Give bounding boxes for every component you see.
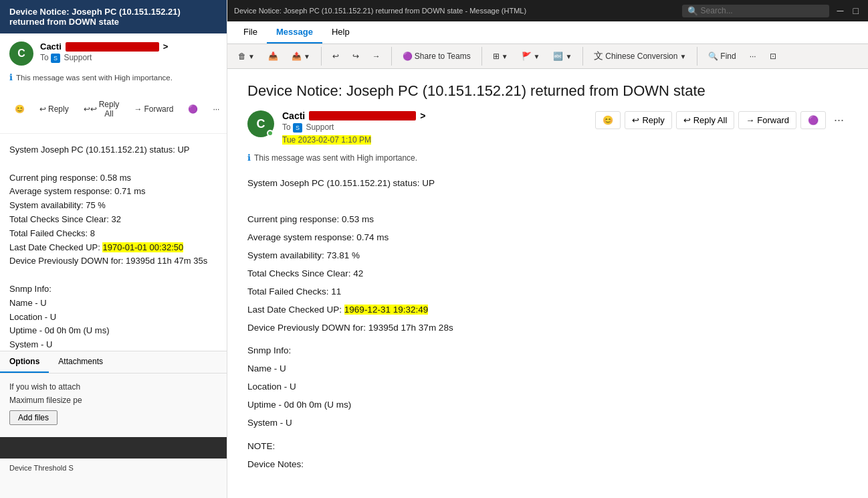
sender-info: Cacti > To S Support (40, 42, 217, 63)
delete-button[interactable]: 🗑 ▼ (233, 49, 260, 64)
left-email-meta: C Cacti > To S Support (0, 33, 227, 70)
chinese-conversion-button[interactable]: 文 Chinese Conversion ▼ (588, 48, 691, 65)
emoji-icon: 😊 (603, 115, 613, 125)
undo-button[interactable]: ↩ (327, 49, 344, 64)
sender-name: Cacti > (40, 42, 217, 52)
tab-options[interactable]: Options (0, 351, 49, 373)
snmp-uptime: Uptime - 0d 0h 0m (U ms) (9, 324, 217, 338)
msg-snmp-name: Name - U (247, 361, 848, 377)
message-emoji-button[interactable]: 😊 (595, 111, 621, 129)
attach-text1: If you wish to attach (9, 380, 218, 394)
attach-text2: Maximum filesize pe (9, 394, 218, 407)
separator3 (481, 47, 482, 66)
window-controls: ─ □ (835, 5, 861, 16)
forward-arrow-icon: → (372, 52, 381, 61)
forward-arrow-button[interactable]: → (367, 49, 386, 64)
add-files-button[interactable]: Add files (9, 410, 58, 425)
message-forward-button[interactable]: → Forward (738, 111, 796, 129)
translate-button[interactable]: 🔤 ▼ (548, 49, 577, 64)
tab-message[interactable]: Message (267, 21, 322, 44)
message-reply-all-button[interactable]: ↩ Reply All (676, 111, 735, 129)
forward-icon: → (746, 115, 754, 125)
message-content: Device Notice: Joseph PC (10.151.152.21)… (227, 69, 868, 498)
minimize-button[interactable]: ─ (835, 5, 847, 16)
blank2 (9, 268, 217, 282)
separator4 (582, 47, 583, 66)
msg-avail: System availability: 73.81 % (247, 248, 848, 264)
more-tools-button[interactable]: ··· (744, 49, 762, 64)
info-icon: ℹ (9, 72, 13, 82)
message-body: System Joseph PC (10.151.152.21) status:… (247, 176, 848, 473)
support-icon: S (51, 54, 60, 63)
move-button[interactable]: 📤 ▼ (286, 49, 316, 64)
teams-icon: 🟣 (403, 52, 413, 61)
maximize-button[interactable]: □ (851, 5, 861, 16)
status-line: System Joseph PC (10.151.152.21) status:… (9, 143, 217, 157)
reply-all-icon: ↩ (683, 115, 691, 125)
message-reply-button[interactable]: ↩ Reply (625, 111, 671, 129)
emoji-button[interactable]: 😊 (9, 102, 30, 116)
bar-label: Device Threshold S (0, 463, 227, 473)
bottom-attach-panel: Options Attachments If you wish to attac… (0, 351, 227, 498)
msg-last-checked-value: 1969-12-31 19:32:49 (344, 305, 428, 315)
dropdown-arrow: ▼ (248, 53, 255, 60)
message-sender-details: Cacti > To S Support Tue 2023-02-07 1:10… (282, 110, 587, 145)
msg-blank1 (247, 194, 848, 210)
move-dropdown: ▼ (304, 53, 310, 60)
ping-line: Current ping response: 0.58 ms (9, 171, 217, 185)
message-more-button[interactable]: ··· (830, 110, 848, 130)
reply-all-icon: ↩↩ (84, 104, 97, 114)
teams-button[interactable]: 🟣 (183, 102, 203, 116)
message-teams-button[interactable]: 🟣 (800, 111, 826, 129)
availability: System availability: 75 % (9, 199, 217, 213)
reply-icon: ↩ (632, 115, 639, 125)
more-button[interactable]: ··· (207, 102, 225, 116)
share-teams-button[interactable]: 🟣 Share to Teams (397, 49, 476, 64)
message-avatar: C (247, 110, 274, 137)
redo-button[interactable]: ↪ (347, 49, 364, 64)
flag-button[interactable]: 🚩 ▼ (516, 49, 546, 64)
translate-dropdown: ▼ (565, 53, 572, 60)
separator2 (391, 47, 392, 66)
separator5 (697, 47, 697, 66)
tab-attachments[interactable]: Attachments (49, 351, 112, 373)
message-actions: 😊 ↩ Reply ↩ Reply All → Forward 🟣 ··· (595, 110, 848, 130)
forward-button[interactable]: → Forward (128, 102, 179, 116)
archive-button[interactable]: 📥 (263, 49, 284, 64)
more-icon: ··· (750, 52, 756, 61)
collapse-ribbon-button[interactable]: ⊡ (764, 49, 782, 64)
sender-to: To S Support (40, 53, 217, 63)
msg-device-notes: Device Notes: (247, 457, 848, 473)
message-sender-to: To S Support (282, 122, 587, 133)
ribbon-tools: 🗑 ▼ 📥 📤 ▼ ↩ ↪ → 🟣 Share to (227, 44, 868, 68)
message-title: Device Notice: Joseph PC (10.151.152.21)… (247, 82, 848, 100)
search-icon: 🔍 (687, 6, 698, 16)
msg-down-for: Device Previously DOWN for: 19395d 17h 3… (247, 321, 848, 336)
tabs-row: Options Attachments (0, 351, 227, 374)
msg-snmp-system: System - U (247, 416, 848, 431)
search-input[interactable] (701, 6, 821, 15)
msg-status: System Joseph PC (10.151.152.21) status:… (247, 176, 848, 191)
zoom-button[interactable]: ⊞ ▼ (487, 49, 514, 64)
avatar: C (9, 42, 33, 66)
reply-button[interactable]: ↩ Reply (34, 102, 74, 116)
msg-last-checked: Last Date Checked UP: 1969-12-31 19:32:4… (247, 303, 848, 318)
left-email-subject: Device Notice: Joseph PC (10.151.152.21)… (0, 0, 227, 33)
msg-snmp-uptime: Uptime - 0d 0h 0m (U ms) (247, 398, 848, 413)
zoom-dropdown: ▼ (502, 53, 508, 60)
find-button[interactable]: 🔍 Find (703, 49, 741, 64)
msg-note: NOTE: (247, 439, 848, 454)
redo-icon: ↪ (352, 52, 359, 61)
delete-icon: 🗑 (238, 52, 246, 61)
chinese-dropdown: ▼ (679, 53, 686, 60)
tab-file[interactable]: File (234, 21, 267, 44)
search-box[interactable]: 🔍 (682, 5, 829, 17)
forward-icon: → (134, 104, 142, 114)
snmp-info: Snmp Info: (9, 282, 217, 297)
tab-help[interactable]: Help (322, 21, 359, 44)
dark-bar (0, 437, 227, 459)
reply-all-button[interactable]: ↩↩ Reply All (78, 97, 125, 121)
high-importance-notice: ℹ This message was sent with High import… (0, 70, 227, 85)
message-importance: ℹ This message was sent with High import… (247, 150, 848, 165)
message-sender-redacted (309, 111, 416, 120)
